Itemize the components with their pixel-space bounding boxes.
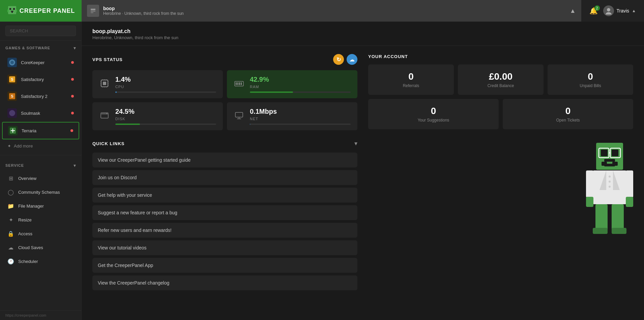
logo[interactable]: CREEPER PANEL — [0, 0, 82, 22]
sidebar-item-overview[interactable]: ⊞ Overview — [2, 172, 79, 185]
sidebar-item-satisfactory2[interactable]: S Satisfactory 2 — [2, 88, 79, 104]
credit-balance-value: £0.00 — [465, 71, 537, 82]
ram-bar — [250, 91, 351, 93]
sidebar-item-file-manager[interactable]: 📁 File Manager — [2, 199, 79, 213]
svg-point-64 — [609, 186, 611, 188]
server-subtitle: Herobrine · Unknown, third rock from the… — [103, 11, 566, 16]
quick-link-discord[interactable]: Join us on Discord — [92, 170, 357, 185]
svg-rect-23 — [12, 129, 13, 133]
svg-rect-10 — [91, 10, 95, 11]
server-name: boop — [103, 6, 566, 11]
sidebar-item-cloud-saves[interactable]: ☁ Cloud Saves — [2, 241, 79, 254]
quick-link-refer[interactable]: Refer new users and earn rewards! — [92, 223, 357, 238]
cpu-icon — [99, 79, 110, 90]
sidebar-item-satisfactory[interactable]: S Satisfactory — [2, 71, 79, 87]
suggestions-value: 0 — [375, 106, 492, 116]
suggestions-label: Your Suggestions — [375, 118, 492, 123]
sidebar-item-soulmask[interactable]: Soulmask — [2, 105, 79, 121]
sidebar-item-terraria[interactable]: Terraria — [2, 122, 79, 139]
quick-link-tutorials[interactable]: View our tutorial videos — [92, 240, 357, 255]
quick-link-app[interactable]: Get the CreeperPanel App — [92, 258, 357, 273]
sidebar-divider — [0, 155, 81, 155]
open-tickets-label: Open Tickets — [509, 118, 626, 123]
soulmask-icon — [7, 108, 17, 118]
terraria-icon — [8, 126, 18, 135]
disk-bar — [115, 124, 216, 125]
svg-rect-52 — [604, 159, 615, 162]
account-card-open-tickets: 0 Open Tickets — [503, 99, 633, 129]
quick-links-section: QUICK LINKS ▾ View our CreeperPanel gett… — [92, 140, 357, 290]
quick-link-label-tutorials: View our tutorial videos — [98, 245, 146, 250]
cloud-saves-icon: ☁ — [7, 244, 14, 251]
notifications-button[interactable]: 🔔 2 — [589, 7, 598, 15]
svg-rect-55 — [604, 164, 615, 166]
quick-link-label-discord: Join us on Discord — [98, 175, 137, 180]
quick-link-label-refer: Refer new users and earn rewards! — [98, 228, 172, 233]
left-col: VPS STATUS ↻ ☁ — [92, 54, 357, 293]
referrals-value: 0 — [375, 71, 447, 82]
quick-link-help[interactable]: Get help with your service — [92, 188, 357, 203]
content-header: boop.playat.ch Herobrine, Unknown, third… — [82, 22, 644, 46]
account-card-referrals: 0 Referrals — [368, 64, 454, 95]
account-header: YOUR ACCOUNT — [368, 54, 633, 59]
net-bar-fill — [250, 124, 250, 125]
satisfactory2-icon: S — [7, 91, 17, 101]
quick-link-label-suggest: Suggest a new feature or report a bug — [98, 210, 177, 215]
server-chevron-icon: ▲ — [570, 7, 576, 15]
satisfactory-icon: S — [7, 75, 17, 84]
svg-rect-5 — [13, 11, 14, 13]
cpu-stat-info: 1.4% CPU — [115, 76, 216, 93]
sidebar-item-access[interactable]: 🔒 Access — [2, 227, 79, 240]
account-top-row: 0 Referrals £0.00 Credit Balance 0 Unpai… — [368, 64, 633, 95]
user-menu[interactable]: Travis ▲ — [603, 5, 636, 16]
net-label: NET — [250, 117, 351, 121]
sidebar: GAMES & SOFTWARE ▾ CoreKeeper S Satisfac… — [0, 22, 82, 320]
quick-links-expand-icon[interactable]: ▾ — [354, 140, 357, 147]
quick-link-changelog[interactable]: View the CreeperPanel changelog — [92, 275, 357, 290]
net-bar — [250, 124, 351, 125]
quick-link-label-changelog: View the CreeperPanel changelog — [98, 280, 169, 286]
svg-point-15 — [10, 61, 14, 64]
sidebar-nav-label-access: Access — [18, 231, 32, 236]
add-more-button[interactable]: ✦ Add more — [2, 140, 79, 152]
cpu-bar — [115, 91, 216, 93]
vps-status-header: VPS STATUS ↻ ☁ — [92, 54, 357, 65]
server-selector[interactable]: boop Herobrine · Unknown, third rock fro… — [82, 0, 581, 22]
user-avatar — [603, 5, 614, 16]
search-input[interactable] — [5, 26, 76, 36]
access-icon: 🔒 — [7, 231, 14, 237]
svg-point-13 — [606, 12, 612, 15]
cloud-icon-button[interactable]: ☁ — [347, 54, 357, 65]
quick-links-title: QUICK LINKS — [92, 141, 125, 146]
sidebar-nav-label-cloud-saves: Cloud Saves — [18, 245, 43, 250]
svg-rect-51 — [612, 150, 618, 156]
sidebar-item-scheduler[interactable]: 🕐 Scheduler — [2, 255, 79, 268]
sidebar-item-label-soulmask: Soulmask — [21, 111, 67, 116]
quick-link-getting-started[interactable]: View our CreeperPanel getting started gu… — [92, 153, 357, 167]
quick-link-suggest[interactable]: Suggest a new feature or report a bug — [92, 205, 357, 220]
mascot-container — [368, 143, 633, 234]
ram-value: 42.9% — [250, 76, 351, 83]
games-section-title: GAMES & SOFTWARE — [5, 46, 50, 50]
scheduler-icon: 🕐 — [7, 258, 14, 265]
logo-text: CREEPER PANEL — [20, 7, 75, 15]
credit-balance-label: Credit Balance — [465, 83, 537, 88]
sidebar-item-community-schemas[interactable]: ◯ Community Schemas — [2, 186, 79, 199]
sidebar-nav-label-overview: Overview — [18, 176, 36, 181]
content-body: VPS STATUS ↻ ☁ — [82, 46, 644, 301]
account-card-suggestions: 0 Your Suggestions — [368, 99, 499, 129]
service-section-chevron-icon: ▾ — [74, 163, 76, 168]
service-section-header[interactable]: SERVICE ▾ — [0, 158, 81, 171]
svg-rect-70 — [612, 204, 624, 231]
cpu-bar-fill — [115, 91, 117, 93]
main-two-col: VPS STATUS ↻ ☁ — [92, 54, 633, 293]
refresh-icon: ↻ — [336, 56, 341, 63]
games-section-header[interactable]: GAMES & SOFTWARE ▾ — [0, 41, 81, 54]
sidebar-item-resize[interactable]: ✦ Resize — [2, 213, 79, 226]
footer-url: https://creeperpanel.com — [5, 313, 46, 317]
svg-rect-41 — [239, 82, 240, 85]
net-icon — [234, 111, 244, 122]
refresh-icon-button[interactable]: ↻ — [333, 54, 344, 65]
svg-rect-46 — [235, 112, 243, 117]
sidebar-item-corekeeper[interactable]: CoreKeeper — [2, 54, 79, 71]
